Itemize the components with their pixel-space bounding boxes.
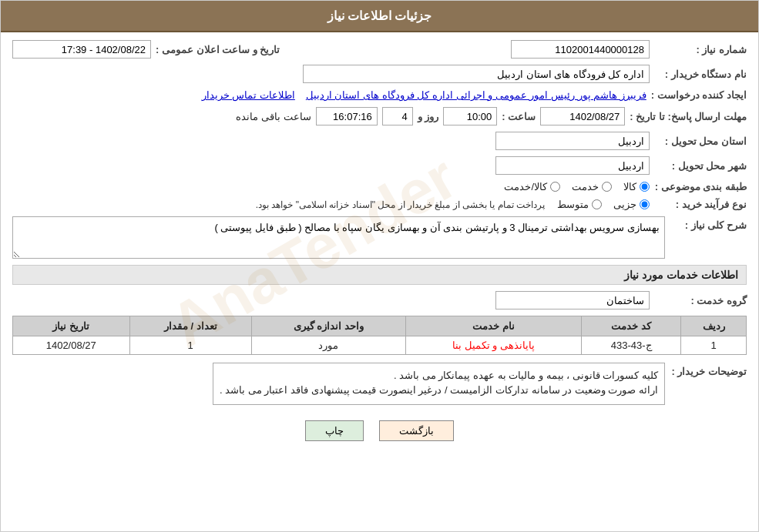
creator-label: ایجاد کننده درخواست : [651,89,747,101]
deadline-day-label: روز و [418,111,439,122]
description-textarea[interactable]: بهسازی سرویس بهداشتی ترمینال 3 و پارتیشن… [12,216,665,259]
request-number-input[interactable] [511,40,650,59]
page-header: جزئیات اطلاعات نیاز [1,1,758,32]
service-group-label: گروه خدمت : [654,295,747,306]
city-input[interactable] [495,156,650,175]
col-row: ردیف [681,316,747,336]
table-row: 1 ج-43-433 پایانذهی و تکمیل بنا مورد 1 1… [13,336,747,355]
buyer-org-label: نام دستگاه خریدار : [654,69,747,80]
buyer-notes-box: کلیه کسورات قانونی ، بیمه و مالیات به عه… [213,363,665,405]
process-radio-group: متوسط جزیی [557,199,650,210]
print-button[interactable]: چاپ [305,420,364,441]
category-kala-label: کالا [623,181,636,192]
cell-name: پایانذهی و تکمیل بنا [405,336,582,355]
cell-qty: 1 [129,336,251,355]
category-option-kala-khedmat[interactable]: کالا/خدمت [504,181,560,192]
announce-date-input[interactable] [12,40,151,59]
process-jozi-label: جزیی [613,199,636,210]
action-buttons: بازگشت چاپ [12,420,747,441]
deadline-label: مهلت ارسال پاسخ: تا تاریخ : [630,111,747,122]
process-option-motavasset[interactable]: متوسط [557,199,602,210]
col-name: نام خدمت [405,316,582,336]
deadline-days-input[interactable] [382,107,413,125]
buyer-notes-label: توضیحات خریدار : [670,363,747,377]
process-motavasset-radio[interactable] [592,199,602,209]
service-group-input[interactable] [495,291,650,309]
remaining-label: ساعت باقی مانده [236,111,311,122]
deadline-remaining-input[interactable] [316,107,378,125]
back-button[interactable]: بازگشت [379,420,454,441]
process-note: پرداخت تمام یا بخشی از مبلغ خریدار از مح… [256,199,545,210]
contact-link[interactable]: اطلاعات تماس خریدار [202,89,295,101]
col-date: تاریخ نیاز [13,316,130,336]
process-motavasset-label: متوسط [557,199,589,210]
province-input[interactable] [495,132,650,150]
category-kala-khedmat-label: کالا/خدمت [504,181,547,192]
province-label: استان محل تحویل : [654,136,747,147]
category-kala-radio[interactable] [640,182,650,192]
announce-date-label: تاریخ و ساعت اعلان عمومی : [156,44,280,55]
services-section-title: اطلاعات خدمات مورد نیاز [12,265,747,285]
category-khedmat-radio[interactable] [602,182,612,192]
process-label: نوع فرآیند خرید : [654,199,747,210]
col-code: کد خدمت [582,316,681,336]
city-label: شهر محل تحویل : [654,160,747,172]
process-option-jozi[interactable]: جزیی [613,199,650,210]
deadline-date-input[interactable] [540,107,625,125]
cell-unit: مورد [251,336,405,355]
cell-row: 1 [681,336,747,355]
cell-code: ج-43-433 [582,336,681,355]
deadline-time-label: ساعت : [502,111,536,122]
page-title: جزئیات اطلاعات نیاز [327,9,432,22]
col-unit: واحد اندازه گیری [251,316,405,336]
creator-link[interactable]: فریبرز هاشم پور رئیس امور عمومی و اجرائی… [306,89,646,101]
col-qty: تعداد / مقدار [129,316,251,336]
buyer-org-input[interactable] [303,65,650,83]
services-table: ردیف کد خدمت نام خدمت واحد اندازه گیری ت… [12,316,747,355]
category-khedmat-label: خدمت [572,181,599,192]
deadline-time-input[interactable] [443,107,497,125]
category-label: طبقه بندی موضوعی : [654,181,747,192]
process-jozi-radio[interactable] [640,199,650,209]
request-number-label: شماره نیاز : [654,44,747,55]
buyer-notes-line1: کلیه کسورات قانونی ، بیمه و مالیات به عه… [220,370,658,381]
category-option-khedmat[interactable]: خدمت [572,181,612,192]
category-kala-khedmat-radio[interactable] [550,182,560,192]
cell-date: 1402/08/27 [13,336,130,355]
services-table-section: ردیف کد خدمت نام خدمت واحد اندازه گیری ت… [12,316,747,355]
description-label: شرح کلی نیاز : [670,216,747,231]
category-radio-group: کالا/خدمت خدمت کالا [504,181,650,192]
category-option-kala[interactable]: کالا [623,181,650,192]
buyer-notes-line2: ارائه صورت وضعیت در سامانه تداركات الزام… [220,384,658,396]
